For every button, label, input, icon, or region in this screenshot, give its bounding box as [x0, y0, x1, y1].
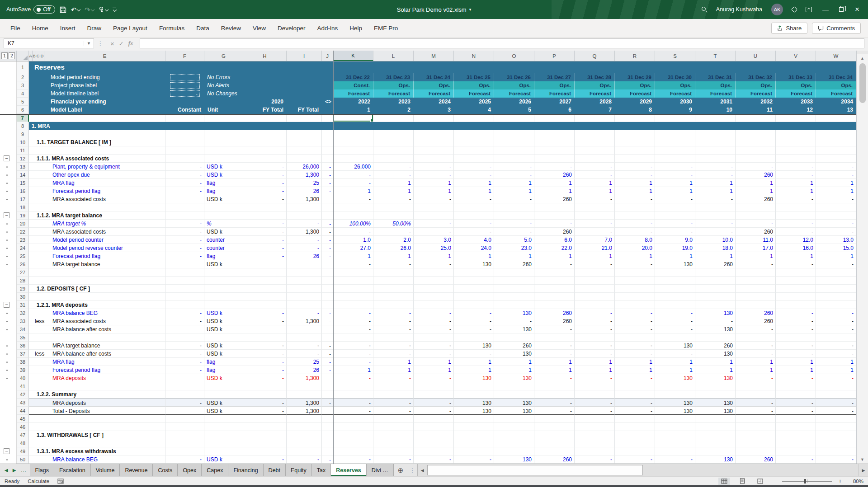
sheet-tab-capex[interactable]: Capex — [202, 464, 228, 476]
cell[interactable]: - — [776, 342, 816, 350]
cell[interactable] — [494, 277, 534, 285]
cell[interactable]: - — [776, 228, 816, 236]
timeline-label-cell[interactable]: Forecast — [534, 89, 575, 98]
menu-tab-insert[interactable]: Insert — [54, 19, 81, 38]
cell[interactable]: 260 — [494, 260, 534, 268]
cell[interactable] — [695, 138, 736, 146]
cell[interactable]: - — [655, 350, 695, 358]
cell[interactable]: 1 — [494, 358, 534, 366]
cell[interactable] — [655, 423, 695, 431]
constant-cell[interactable] — [165, 277, 204, 285]
unit-cell[interactable]: USD k — [204, 342, 243, 350]
row-label[interactable]: 1.1.1. MRA associated costs — [29, 155, 165, 163]
cell[interactable] — [776, 155, 816, 163]
cell[interactable]: 1 — [333, 366, 373, 374]
cell[interactable] — [322, 130, 333, 138]
cell[interactable]: - — [333, 309, 373, 317]
fy-total-header[interactable]: FY Total — [243, 106, 287, 114]
formula-input[interactable] — [140, 38, 864, 48]
cell[interactable] — [776, 138, 816, 146]
fy-total-cell[interactable] — [243, 390, 287, 399]
cell[interactable] — [333, 155, 373, 163]
cell[interactable] — [454, 146, 494, 155]
cell[interactable] — [534, 114, 575, 122]
cell[interactable]: - — [615, 163, 655, 171]
cell[interactable]: - — [776, 399, 816, 407]
cell[interactable] — [454, 268, 494, 277]
cell[interactable] — [575, 285, 615, 293]
cell[interactable]: - — [494, 317, 534, 325]
cell[interactable]: 17.0 — [736, 244, 776, 252]
cell[interactable] — [534, 439, 575, 447]
cell[interactable] — [414, 277, 454, 285]
cell[interactable]: 130 — [695, 309, 736, 317]
fy-total-cell[interactable] — [243, 293, 287, 301]
timeline-label-cell[interactable]: Forecast — [615, 89, 655, 98]
cell[interactable]: - — [322, 358, 333, 366]
sheet-tab-flags[interactable]: Flags — [30, 464, 54, 476]
cell[interactable] — [454, 114, 494, 122]
fy-total-cell[interactable]: 26,000 — [287, 163, 322, 171]
row-header-20[interactable]: 20 — [17, 220, 29, 228]
cell[interactable] — [322, 211, 333, 220]
column-header-R[interactable]: R — [615, 51, 655, 61]
cell[interactable]: 130 — [655, 374, 695, 382]
cell[interactable]: - — [322, 350, 333, 358]
cell[interactable]: 20.0 — [615, 244, 655, 252]
cell[interactable] — [534, 333, 575, 342]
cell[interactable]: - — [333, 342, 373, 350]
cell[interactable] — [615, 390, 655, 399]
cell[interactable] — [534, 301, 575, 309]
cell[interactable] — [373, 155, 414, 163]
cell[interactable] — [333, 268, 373, 277]
fy-total-cell[interactable] — [287, 203, 322, 211]
cell[interactable] — [373, 130, 414, 138]
row-label[interactable]: Forecast period flag — [29, 252, 165, 260]
cell[interactable]: 1 — [575, 358, 615, 366]
cell[interactable] — [776, 431, 816, 439]
unit-cell[interactable] — [204, 447, 243, 455]
cell[interactable]: - — [322, 187, 333, 195]
cell[interactable]: 1 — [655, 179, 695, 187]
period-ending-cell[interactable]: 31 Dec 33 — [776, 73, 816, 81]
cell[interactable]: 130 — [454, 260, 494, 268]
model-label-cell[interactable]: 7 — [575, 106, 615, 114]
user-name[interactable]: Anurag Kushwaha — [716, 6, 762, 13]
cell[interactable]: - — [333, 325, 373, 333]
cell[interactable]: - — [615, 407, 655, 415]
cell[interactable]: - — [615, 317, 655, 325]
row-label[interactable]: Model period reverse counter — [29, 244, 165, 252]
horizontal-scroll-thumb[interactable] — [427, 465, 643, 475]
constant-cell[interactable]: - — [165, 366, 204, 374]
fy-total-cell[interactable]: - — [287, 220, 322, 228]
cell[interactable] — [373, 390, 414, 399]
cell[interactable] — [534, 293, 575, 301]
fy-total-cell[interactable]: - — [287, 350, 322, 358]
fy-total-cell[interactable] — [287, 431, 322, 439]
unit-cell[interactable] — [204, 114, 243, 122]
cell[interactable]: - — [322, 163, 333, 171]
constant-cell[interactable]: - — [165, 342, 204, 350]
cell[interactable] — [736, 130, 776, 138]
cell[interactable] — [736, 285, 776, 293]
cell[interactable]: - — [373, 350, 414, 358]
cell[interactable] — [333, 130, 373, 138]
fy-total-cell[interactable] — [243, 146, 287, 155]
constant-cell[interactable] — [165, 268, 204, 277]
column-header-K[interactable]: K — [333, 51, 373, 61]
row-header-40[interactable]: 40 — [17, 374, 29, 382]
cell[interactable] — [414, 382, 454, 390]
cell[interactable] — [333, 293, 373, 301]
cell[interactable]: 21.0 — [575, 244, 615, 252]
cell[interactable] — [373, 447, 414, 455]
cell[interactable] — [534, 285, 575, 293]
cell[interactable] — [615, 293, 655, 301]
period-ending-cell[interactable]: 31 Dec 29 — [615, 73, 655, 81]
fy-total-cell[interactable] — [243, 138, 287, 146]
cell[interactable]: - — [575, 171, 615, 179]
cell[interactable]: 23.0 — [494, 244, 534, 252]
cell[interactable]: - — [736, 374, 776, 382]
fy-ending-cell[interactable]: 2027 — [534, 98, 575, 106]
cell[interactable] — [29, 423, 165, 431]
row-label[interactable]: Forecast period flag — [29, 187, 165, 195]
